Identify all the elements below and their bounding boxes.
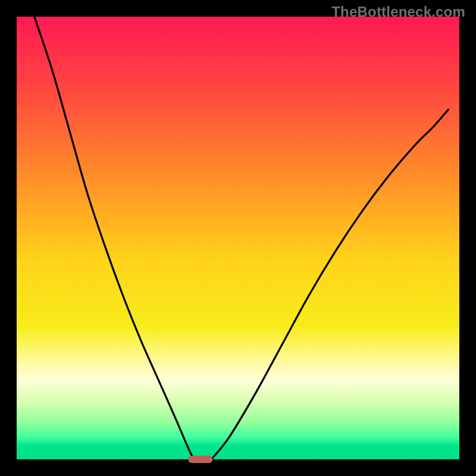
baseline-marker	[188, 456, 212, 464]
watermark-text: TheBottleneck.com	[331, 4, 465, 20]
chart-frame: TheBottleneck.com	[0, 0, 476, 476]
bottleneck-chart	[0, 0, 476, 476]
plot-background	[17, 17, 459, 459]
